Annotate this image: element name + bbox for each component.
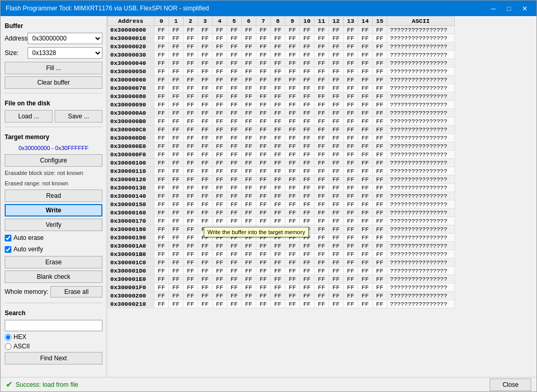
hex-cell-14-13[interactable]: FF (344, 142, 358, 151)
hex-cell-32-5[interactable]: FF (227, 292, 242, 300)
hex-cell-32-2[interactable]: FF (184, 292, 198, 300)
hex-cell-10-15[interactable]: FF (373, 109, 387, 117)
hex-cell-26-0[interactable]: FF (154, 242, 169, 250)
hex-cell-7-3[interactable]: FF (198, 84, 213, 92)
hex-cell-8-14[interactable]: FF (358, 92, 373, 101)
hex-cell-14-1[interactable]: FF (169, 142, 184, 151)
hex-cell-14-9[interactable]: FF (285, 142, 300, 151)
hex-cell-5-2[interactable]: FF (184, 67, 198, 76)
minimize-button[interactable]: ─ (487, 3, 500, 13)
hex-cell-4-1[interactable]: FF (169, 59, 184, 67)
hex-cell-2-14[interactable]: FF (358, 43, 373, 51)
hex-cell-7-15[interactable]: FF (373, 84, 387, 92)
hex-cell-14-5[interactable]: FF (227, 142, 242, 151)
hex-cell-4-11[interactable]: FF (315, 59, 329, 67)
hex-cell-2-13[interactable]: FF (344, 43, 358, 51)
hex-cell-31-9[interactable]: FF (285, 283, 300, 292)
hex-cell-21-5[interactable]: FF (227, 200, 242, 209)
hex-cell-21-1[interactable]: FF (169, 200, 184, 209)
hex-cell-10-4[interactable]: FF (213, 109, 227, 117)
hex-cell-26-15[interactable]: FF (373, 242, 387, 250)
hex-cell-30-5[interactable]: FF (227, 275, 242, 283)
hex-cell-24-12[interactable]: FF (329, 225, 344, 234)
hex-cell-4-6[interactable]: FF (242, 59, 256, 67)
hex-cell-30-14[interactable]: FF (358, 275, 373, 283)
hex-cell-13-2[interactable]: FF (184, 134, 198, 142)
hex-cell-18-1[interactable]: FF (169, 175, 184, 184)
hex-cell-1-12[interactable]: FF (329, 34, 344, 43)
hex-cell-23-11[interactable]: FF (315, 217, 329, 225)
hex-cell-6-10[interactable]: FF (300, 76, 315, 84)
hex-cell-11-8[interactable]: FF (271, 117, 285, 126)
hex-cell-24-15[interactable]: FF (373, 225, 387, 234)
hex-cell-1-14[interactable]: FF (358, 34, 373, 43)
hex-cell-17-8[interactable]: FF (271, 167, 285, 175)
hex-cell-19-4[interactable]: FF (213, 184, 227, 192)
hex-cell-15-7[interactable]: FF (256, 151, 271, 159)
hex-cell-6-2[interactable]: FF (184, 76, 198, 84)
hex-cell-4-2[interactable]: FF (184, 59, 198, 67)
hex-cell-13-15[interactable]: FF (373, 134, 387, 142)
erase-button[interactable]: Erase (5, 256, 102, 268)
hex-cell-32-4[interactable]: FF (213, 292, 227, 300)
hex-cell-17-11[interactable]: FF (315, 167, 329, 175)
hex-cell-30-6[interactable]: FF (242, 275, 256, 283)
hex-cell-29-11[interactable]: FF (315, 267, 329, 275)
hex-cell-20-1[interactable]: FF (169, 192, 184, 200)
hex-cell-10-7[interactable]: FF (256, 109, 271, 117)
hex-cell-2-8[interactable]: FF (271, 43, 285, 51)
hex-cell-14-7[interactable]: FF (256, 142, 271, 151)
hex-cell-1-7[interactable]: FF (256, 34, 271, 43)
hex-cell-26-4[interactable]: FF (213, 242, 227, 250)
hex-radio[interactable] (5, 334, 11, 341)
hex-cell-23-10[interactable]: FF (300, 217, 315, 225)
hex-cell-3-13[interactable]: FF (344, 51, 358, 59)
hex-cell-31-8[interactable]: FF (271, 283, 285, 292)
hex-cell-2-3[interactable]: FF (198, 43, 213, 51)
hex-cell-3-4[interactable]: FF (213, 51, 227, 59)
hex-cell-22-7[interactable]: FF (256, 209, 271, 217)
hex-cell-6-15[interactable]: FF (373, 76, 387, 84)
hex-cell-1-11[interactable]: FF (315, 34, 329, 43)
load-button[interactable]: Load ... (5, 110, 53, 123)
hex-cell-28-1[interactable]: FF (169, 259, 184, 267)
hex-cell-16-13[interactable]: FF (344, 159, 358, 167)
hex-cell-29-6[interactable]: FF (242, 267, 256, 275)
hex-cell-30-10[interactable]: FF (300, 275, 315, 283)
hex-cell-15-0[interactable]: FF (154, 151, 169, 159)
hex-cell-29-13[interactable]: FF (344, 267, 358, 275)
close-button[interactable]: Close (490, 379, 531, 391)
hex-cell-15-14[interactable]: FF (358, 151, 373, 159)
hex-cell-28-15[interactable]: FF (373, 259, 387, 267)
hex-cell-11-2[interactable]: FF (184, 117, 198, 126)
hex-cell-27-14[interactable]: FF (358, 250, 373, 259)
hex-cell-7-8[interactable]: FF (271, 84, 285, 92)
hex-cell-8-15[interactable]: FF (373, 92, 387, 101)
hex-cell-2-6[interactable]: FF (242, 43, 256, 51)
hex-cell-11-7[interactable]: FF (256, 117, 271, 126)
hex-cell-16-11[interactable]: FF (315, 159, 329, 167)
hex-cell-2-0[interactable]: FF (154, 43, 169, 51)
hex-cell-1-8[interactable]: FF (271, 34, 285, 43)
hex-cell-10-13[interactable]: FF (344, 109, 358, 117)
hex-cell-7-4[interactable]: FF (213, 84, 227, 92)
hex-cell-31-4[interactable]: FF (213, 283, 227, 292)
maximize-button[interactable]: □ (502, 3, 516, 13)
hex-cell-9-8[interactable]: FF (271, 101, 285, 109)
hex-cell-8-13[interactable]: FF (344, 92, 358, 101)
hex-cell-21-3[interactable]: FF (198, 200, 213, 209)
hex-cell-3-9[interactable]: FF (285, 51, 300, 59)
hex-cell-6-4[interactable]: FF (213, 76, 227, 84)
hex-cell-8-9[interactable]: FF (285, 92, 300, 101)
hex-cell-16-7[interactable]: FF (256, 159, 271, 167)
hex-cell-23-14[interactable]: FF (358, 217, 373, 225)
hex-cell-0-5[interactable]: FF (227, 26, 242, 34)
hex-cell-22-0[interactable]: FF (154, 209, 169, 217)
hex-cell-22-8[interactable]: FF (271, 209, 285, 217)
hex-cell-15-1[interactable]: FF (169, 151, 184, 159)
hex-cell-21-8[interactable]: FF (271, 200, 285, 209)
hex-cell-22-2[interactable]: FF (184, 209, 198, 217)
hex-cell-27-3[interactable]: FF (198, 250, 213, 259)
hex-cell-13-1[interactable]: FF (169, 134, 184, 142)
hex-cell-14-0[interactable]: FF (154, 142, 169, 151)
